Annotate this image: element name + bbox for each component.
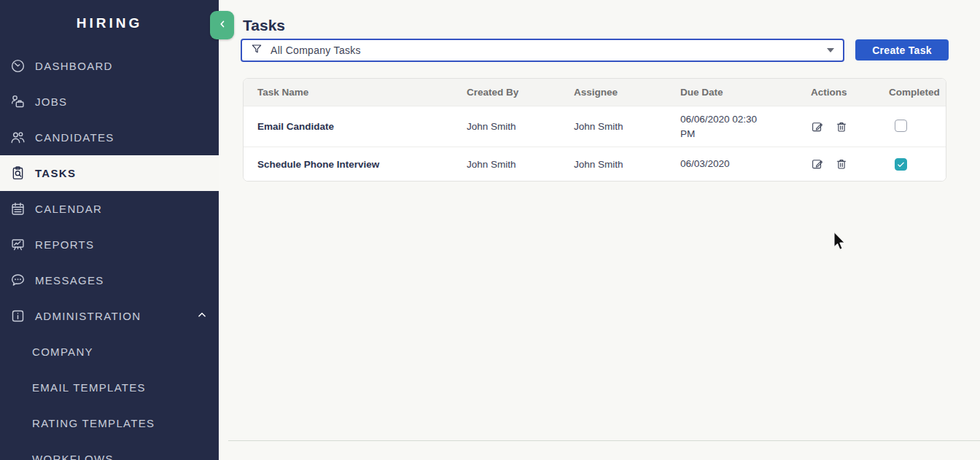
sidebar-item-messages[interactable]: MESSAGES bbox=[0, 262, 219, 298]
sidebar-item-label: CANDIDATES bbox=[35, 131, 114, 144]
jobs-icon bbox=[9, 94, 26, 110]
table-header-row: Task Name Created By Assignee Due Date A… bbox=[244, 79, 946, 106]
completed-checkbox[interactable] bbox=[895, 120, 907, 132]
main-content: Tasks All Company Tasks Create Task Task… bbox=[219, 0, 980, 460]
created-by-cell: John Smith bbox=[462, 121, 569, 132]
column-header-task-name: Task Name bbox=[244, 87, 462, 98]
administration-icon bbox=[9, 308, 26, 324]
sidebar-collapse-button[interactable] bbox=[210, 11, 234, 39]
sidebar-item-dashboard[interactable]: DASHBOARD bbox=[0, 48, 219, 84]
created-by-cell: John Smith bbox=[462, 159, 569, 170]
assignee-cell: John Smith bbox=[569, 159, 676, 170]
task-name-cell: Schedule Phone Interview bbox=[244, 159, 462, 170]
delete-task-icon[interactable] bbox=[835, 157, 848, 171]
task-filter-value: All Company Tasks bbox=[271, 44, 361, 56]
sidebar-item-company[interactable]: COMPANY bbox=[0, 334, 219, 370]
sidebar-item-calendar[interactable]: CALENDAR bbox=[0, 191, 219, 227]
app-window: HIRING DASHBOARD JOBS CANDIDATES bbox=[0, 0, 980, 460]
sidebar-item-label: CALENDAR bbox=[35, 203, 102, 215]
reports-icon bbox=[9, 237, 26, 253]
tasks-icon bbox=[9, 165, 26, 182]
column-header-actions: Actions bbox=[806, 87, 883, 98]
sidebar-subitem-label: WORKFLOWS bbox=[32, 453, 114, 460]
tasks-table: Task Name Created By Assignee Due Date A… bbox=[243, 78, 946, 182]
sidebar-subitem-label: RATING TEMPLATES bbox=[32, 417, 155, 429]
sidebar-item-label: TASKS bbox=[35, 167, 76, 179]
sidebar-item-administration[interactable]: ADMINISTRATION bbox=[0, 298, 219, 334]
sidebar-item-email-templates[interactable]: EMAIL TEMPLATES bbox=[0, 370, 219, 405]
column-header-due-date: Due Date bbox=[676, 87, 806, 98]
table-row: Email Candidate John Smith John Smith 06… bbox=[244, 106, 946, 147]
column-header-completed: Completed bbox=[883, 87, 946, 98]
filter-funnel-icon bbox=[251, 43, 262, 58]
sidebar-item-label: JOBS bbox=[35, 95, 67, 108]
footer-divider bbox=[228, 440, 980, 441]
sidebar-item-label: REPORTS bbox=[35, 238, 94, 251]
sidebar-nav: DASHBOARD JOBS CANDIDATES TASKS bbox=[0, 48, 219, 460]
sidebar-item-candidates[interactable]: CANDIDATES bbox=[0, 120, 219, 155]
column-header-created-by: Created By bbox=[462, 87, 569, 98]
calendar-icon bbox=[9, 201, 26, 217]
edit-task-icon[interactable] bbox=[811, 120, 824, 133]
messages-icon bbox=[9, 273, 26, 289]
completed-checkbox[interactable] bbox=[895, 158, 907, 171]
create-task-button[interactable]: Create Task bbox=[855, 39, 949, 61]
sidebar-item-tasks[interactable]: TASKS bbox=[0, 155, 219, 191]
brand-title: HIRING bbox=[0, 0, 219, 31]
due-date-cell: 06/06/2020 02:30 PM bbox=[680, 112, 762, 141]
sidebar: HIRING DASHBOARD JOBS CANDIDATES bbox=[0, 0, 219, 460]
delete-task-icon[interactable] bbox=[835, 120, 848, 133]
page-title: Tasks bbox=[243, 17, 285, 34]
task-filter-select[interactable]: All Company Tasks bbox=[241, 39, 844, 62]
sidebar-item-label: MESSAGES bbox=[35, 274, 104, 286]
assignee-cell: John Smith bbox=[569, 121, 676, 132]
dashboard-icon bbox=[9, 58, 26, 74]
candidates-icon bbox=[9, 130, 26, 146]
task-name-cell: Email Candidate bbox=[244, 121, 462, 132]
sidebar-item-jobs[interactable]: JOBS bbox=[0, 84, 219, 120]
column-header-assignee: Assignee bbox=[569, 87, 676, 98]
sidebar-subitem-label: EMAIL TEMPLATES bbox=[32, 381, 146, 394]
sidebar-item-reports[interactable]: REPORTS bbox=[0, 227, 219, 262]
sidebar-item-label: ADMINISTRATION bbox=[35, 310, 141, 322]
sidebar-item-rating-templates[interactable]: RATING TEMPLATES bbox=[0, 405, 219, 441]
due-date-cell: 06/03/2020 bbox=[680, 157, 730, 171]
chevron-left-icon bbox=[217, 19, 228, 32]
chevron-down-icon bbox=[827, 48, 834, 52]
sidebar-item-workflows[interactable]: WORKFLOWS bbox=[0, 441, 219, 460]
table-row: Schedule Phone Interview John Smith John… bbox=[244, 147, 946, 181]
sidebar-item-label: DASHBOARD bbox=[35, 60, 113, 72]
sidebar-subitem-label: COMPANY bbox=[32, 346, 93, 358]
edit-task-icon[interactable] bbox=[811, 157, 824, 171]
chevron-up-icon[interactable] bbox=[197, 310, 207, 322]
